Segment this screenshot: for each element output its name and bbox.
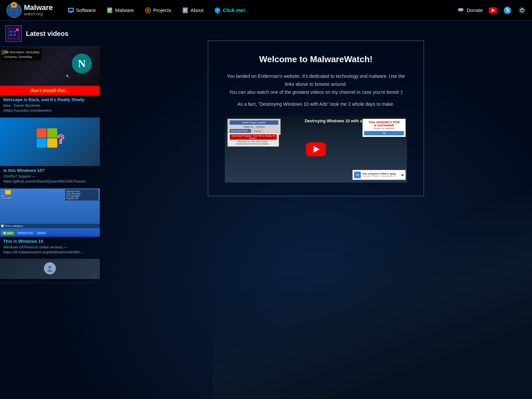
svg-rect-18 [107, 8, 112, 13]
sidebar-icon [5, 25, 22, 42]
video-title-win10: Is this Windows 10? [3, 168, 96, 173]
video-item-win10[interactable]: ? Is this Windows 10? 21H2to7 Support — … [0, 118, 100, 189]
clickme-icon: ? [214, 7, 221, 14]
svg-rect-16 [69, 9, 73, 11]
netscape-file-desc: File description: SentryBay [4, 50, 40, 55]
svg-point-24 [147, 10, 149, 11]
svg-rect-17 [69, 12, 72, 13]
video-desc-thisiswin: Windows eXPerience (initial version) — h… [3, 245, 96, 255]
nav-about-label: About [191, 7, 203, 13]
about-icon [182, 7, 189, 14]
nav-software-label: Software [76, 7, 96, 13]
svg-point-37 [518, 7, 526, 14]
svg-point-52 [47, 270, 53, 272]
cursor-icon: ↖ [66, 73, 70, 79]
logo-icon [5, 2, 23, 19]
video-info-win10: Is this Windows 10? 21H2to7 Support — ht… [0, 166, 100, 184]
dont-install-label: don't install that... [0, 86, 100, 95]
nav-about[interactable]: About [177, 4, 208, 16]
welcome-box: Welcome to MalwareWatch! You landed on E… [208, 41, 424, 196]
video-info-netscape: Netscape is Back, and It's Really Shady … [0, 95, 100, 113]
video-title-thisiswin: This is Windows 10 [3, 239, 96, 244]
windows-logo-qmark: ? [33, 127, 66, 157]
donate-label: Donate [467, 7, 483, 13]
logo-watchorg: watch.org [24, 12, 53, 16]
nav-items: Software Malware Projects About ? Click … [63, 4, 458, 16]
video-info-thisiswin: This is Windows 10 Windows eXPerience (i… [0, 237, 100, 255]
taskbar: ⊞ start Network Conn. Restore [0, 229, 100, 237]
welcome-title: Welcome to MalwareWatch! [225, 54, 407, 65]
sidebar-header: Latest videos [0, 21, 100, 47]
svg-rect-41 [10, 31, 12, 33]
yt-play-button[interactable] [306, 142, 326, 156]
svg-point-51 [48, 266, 52, 269]
avatar-icon [44, 262, 56, 274]
twitter-link[interactable]: 𝕏 [503, 6, 512, 15]
nav-projects-label: Projects [153, 7, 171, 13]
netscape-company: Company: SentryBay [4, 55, 40, 60]
video-thumb-win10: ? [0, 118, 100, 166]
sidebar: Latest videos File description: SentryBa… [0, 21, 100, 283]
svg-point-14 [13, 4, 15, 6]
page-layout: Latest videos File description: SentryBa… [0, 21, 532, 283]
nav-projects[interactable]: Projects [140, 4, 176, 16]
ram-popup: Your computer's RAMis overloaded! Action… [362, 119, 406, 137]
win-xp-sim: My Computer Startup Tools Task Manager F… [0, 189, 100, 237]
logo-text: Malware watch.org [24, 4, 53, 16]
nav-malware[interactable]: Malware [102, 4, 139, 16]
video-thumb-partial [0, 259, 100, 279]
video-desc-win10: 21H2to7 Support — https://github.com/ImS… [3, 174, 96, 184]
sidebar-title: Latest videos [26, 30, 68, 38]
video-title-netscape: Netscape is Back, and It's Really Shady [3, 97, 96, 102]
software-icon [67, 7, 74, 14]
nav-software[interactable]: Software [63, 4, 100, 16]
svg-rect-48 [37, 138, 47, 148]
projects-icon [145, 7, 151, 14]
welcome-fact: As a fact, "Destroying Windows 10 with A… [225, 101, 407, 107]
download-popup: Download Program: Your File Is Ready To … [227, 133, 279, 147]
donate-icon [458, 7, 464, 14]
main-content: Welcome to MalwareWatch! You landed on E… [100, 21, 532, 283]
yt-embed-inner: Flash Player update Install um... contin… [225, 116, 407, 183]
nav-malware-label: Malware [115, 7, 134, 13]
svg-text:?: ? [216, 8, 219, 12]
navbar: Malware watch.org Software Malware Proje… [0, 0, 532, 21]
nav-clickme[interactable]: ? Click me! [209, 4, 250, 16]
ram-dying-popup: ⚙ Your computer's RAM is dying Google Ch… [352, 170, 406, 180]
video-thumb-thisiswin: My Computer Startup Tools Task Manager F… [0, 189, 100, 237]
video-desc-netscape: Idea - Daniel Myslivets (https://youtube… [3, 103, 96, 113]
video-item-partial[interactable] [0, 259, 100, 283]
svg-point-39 [521, 9, 523, 10]
svg-rect-47 [47, 128, 57, 138]
malware-icon [106, 7, 113, 14]
video-item-netscape[interactable]: File description: SentryBay Company: Sen… [0, 47, 100, 118]
logo-malware: Malware [24, 4, 53, 12]
svg-point-32 [460, 8, 463, 11]
site-logo[interactable]: Malware watch.org [5, 2, 53, 19]
svg-point-45 [16, 29, 19, 31]
svg-rect-44 [13, 34, 16, 36]
youtube-embed[interactable]: Flash Player update Install um... contin… [225, 116, 407, 183]
donate-button[interactable]: Donate [458, 7, 483, 14]
netscape-logo: N [72, 54, 92, 73]
video-item-thisiswin[interactable]: My Computer Startup Tools Task Manager F… [0, 189, 100, 259]
steam-link[interactable] [517, 6, 527, 15]
svg-text:𝕏: 𝕏 [506, 8, 510, 13]
svg-rect-42 [13, 31, 16, 33]
svg-text:?: ? [57, 132, 65, 146]
svg-rect-43 [10, 34, 12, 36]
svg-rect-46 [37, 128, 47, 138]
svg-rect-49 [47, 138, 57, 148]
video-thumb-netscape: File description: SentryBay Company: Sen… [0, 47, 100, 95]
youtube-link[interactable] [488, 6, 497, 15]
nav-clickme-label: Click me! [223, 7, 245, 13]
welcome-text-1: You landed on Enderman's website. It's d… [225, 72, 407, 96]
nav-right: Donate 𝕏 [458, 6, 527, 15]
start-button: ⊞ start [1, 231, 15, 235]
